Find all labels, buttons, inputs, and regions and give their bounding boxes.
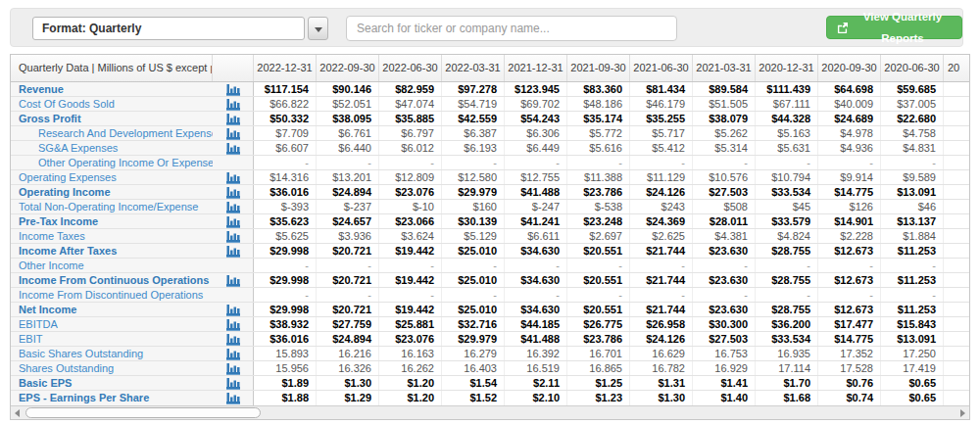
row-label[interactable]: Other Income xyxy=(11,259,213,272)
row-label[interactable]: Shares Outstanding xyxy=(11,361,213,375)
row-label[interactable]: EBITDA xyxy=(11,317,213,331)
value-cell: $34.630 xyxy=(505,303,567,316)
row-label[interactable]: Income Taxes xyxy=(11,229,213,243)
value-cell: $10.794 xyxy=(756,170,818,184)
bar-chart-icon[interactable] xyxy=(226,201,240,213)
row-label[interactable]: Operating Income xyxy=(11,185,213,199)
table-row: Operating Income$36.016$24.894$23.076$29… xyxy=(11,185,969,200)
value-cell: $22.680 xyxy=(881,112,944,125)
bar-chart-icon[interactable] xyxy=(226,274,240,287)
value-cell: $1.41 xyxy=(693,376,756,390)
bar-chart-icon[interactable] xyxy=(226,377,240,390)
bar-chart-icon[interactable] xyxy=(226,318,240,331)
value-cell: $11.253 xyxy=(881,244,944,258)
format-select-caret-button[interactable] xyxy=(308,17,328,40)
bar-chart-icon[interactable] xyxy=(226,304,240,316)
row-label[interactable]: Research And Development Expenses xyxy=(11,126,213,140)
row-label[interactable]: Income From Continuous Operations xyxy=(11,273,213,287)
value-cell: $6.761 xyxy=(317,126,379,140)
scroll-right-button[interactable] xyxy=(956,406,969,419)
value-cell: $20.551 xyxy=(567,273,630,287)
value-cell: $12.580 xyxy=(442,170,505,184)
view-quarterly-reports-button[interactable]: View Quarterly Reports xyxy=(826,16,962,39)
value-cell: - xyxy=(630,288,693,302)
bar-chart-icon[interactable] xyxy=(226,171,240,184)
value-cell: $23.786 xyxy=(567,332,630,346)
value-cell: $19.442 xyxy=(379,303,442,316)
scroll-right-icon xyxy=(960,409,965,417)
row-label[interactable]: Pre-Tax Income xyxy=(11,214,213,228)
row-label[interactable]: Income From Discontinued Operations xyxy=(11,288,213,302)
value-cell: 17.528 xyxy=(818,361,881,375)
value-cell: $27.759 xyxy=(317,317,379,331)
value-cell: $38.095 xyxy=(317,112,379,125)
bar-chart-icon[interactable] xyxy=(226,127,240,140)
value-cell-partial xyxy=(944,259,969,272)
value-cell-partial xyxy=(944,112,969,125)
value-cell: $1.23 xyxy=(567,391,630,405)
row-label[interactable]: SG&A Expenses xyxy=(11,141,213,155)
value-cell: $83.360 xyxy=(567,82,630,96)
row-label[interactable]: Cost Of Goods Sold xyxy=(11,97,213,111)
row-label[interactable]: Operating Expenses xyxy=(11,170,213,184)
bar-chart-icon[interactable] xyxy=(226,230,240,243)
icon-cell xyxy=(213,229,254,243)
bar-chart-icon[interactable] xyxy=(226,142,240,155)
bar-chart-icon[interactable] xyxy=(226,392,240,404)
scroll-left-button[interactable] xyxy=(11,406,24,419)
bar-chart-icon[interactable] xyxy=(226,362,240,375)
value-cell: $46 xyxy=(881,200,944,213)
value-cell-partial xyxy=(944,288,969,302)
value-cell-partial xyxy=(944,244,969,258)
row-label[interactable]: Other Operating Income Or Expenses xyxy=(11,156,213,169)
row-label[interactable]: Basic EPS xyxy=(11,376,213,390)
bar-chart-icon[interactable] xyxy=(226,113,240,125)
value-cell: $12.673 xyxy=(818,273,881,287)
value-cell: $9.589 xyxy=(881,170,944,184)
value-cell: $36.016 xyxy=(254,332,317,346)
value-cell: 17.250 xyxy=(881,347,944,360)
value-cell: $45 xyxy=(756,200,818,213)
value-cell: $29.998 xyxy=(254,244,317,258)
value-cell: 17.419 xyxy=(881,361,944,375)
value-cell: $508 xyxy=(693,200,756,213)
value-cell: $42.559 xyxy=(442,112,505,125)
search-input[interactable] xyxy=(346,16,677,41)
value-cell: $38.932 xyxy=(254,317,317,331)
value-cell: $29.998 xyxy=(254,273,317,287)
row-label[interactable]: EBIT xyxy=(11,332,213,346)
bar-chart-icon[interactable] xyxy=(226,215,240,228)
value-cell: $14.775 xyxy=(818,332,881,346)
value-cell: - xyxy=(630,259,693,272)
value-cell: $67.111 xyxy=(756,97,818,111)
value-cell: $97.278 xyxy=(442,82,505,96)
row-label[interactable]: EPS - Earnings Per Share xyxy=(11,391,213,405)
scrollbar-thumb[interactable] xyxy=(25,407,261,418)
row-label[interactable]: Revenue xyxy=(11,82,213,96)
value-cell: - xyxy=(881,259,944,272)
format-select[interactable]: Format: Quarterly xyxy=(32,17,305,40)
value-cell: $24.894 xyxy=(317,185,379,199)
bar-chart-icon[interactable] xyxy=(226,98,240,111)
bar-chart-icon[interactable] xyxy=(226,348,240,360)
value-cell: - xyxy=(756,259,818,272)
row-label[interactable]: Basic Shares Outstanding xyxy=(11,347,213,360)
header-date-cell: 2022-09-30 xyxy=(317,55,379,81)
value-cell: 16.629 xyxy=(630,347,693,360)
page: Format: Quarterly View Quarterly Reports… xyxy=(0,0,980,425)
bar-chart-icon[interactable] xyxy=(226,333,240,346)
bar-chart-icon[interactable] xyxy=(226,186,240,199)
bar-chart-icon[interactable] xyxy=(226,83,240,96)
value-cell: $29.979 xyxy=(442,332,505,346)
icon-cell xyxy=(213,376,254,390)
icon-column-header xyxy=(213,55,254,81)
row-label[interactable]: Net Income xyxy=(11,303,213,316)
bar-chart-icon[interactable] xyxy=(226,245,240,258)
row-label[interactable]: Income After Taxes xyxy=(11,244,213,258)
icon-cell xyxy=(213,112,254,125)
row-label[interactable]: Gross Profit xyxy=(11,112,213,125)
value-cell: $4.936 xyxy=(818,141,881,155)
row-label[interactable]: Total Non-Operating Income/Expense xyxy=(11,200,213,213)
horizontal-scrollbar[interactable] xyxy=(11,405,969,419)
value-cell: - xyxy=(379,156,442,169)
